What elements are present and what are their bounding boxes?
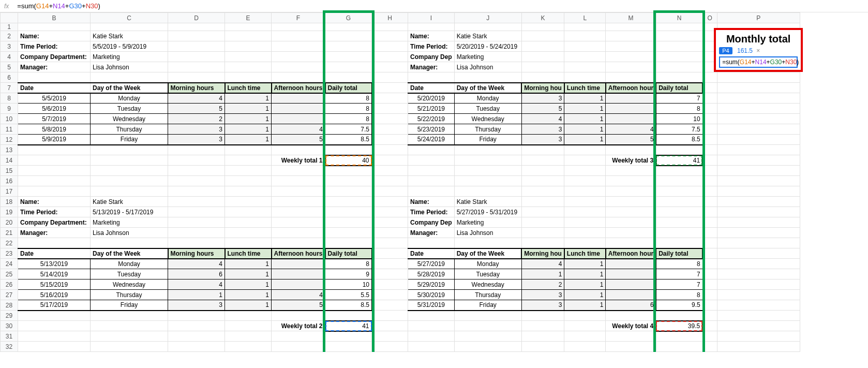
cell-B8[interactable]: 5/5/2019 <box>18 93 91 104</box>
cell-L5[interactable] <box>564 62 606 72</box>
cell-H17[interactable] <box>372 186 408 197</box>
cell-N29[interactable] <box>656 311 702 321</box>
cell-L16[interactable] <box>564 176 606 186</box>
cell-N1[interactable] <box>656 23 702 31</box>
row-header-15[interactable]: 15 <box>1 166 18 176</box>
cell-C1[interactable] <box>91 23 168 31</box>
cell-L9[interactable]: 1 <box>564 104 606 114</box>
cell-D16[interactable] <box>168 176 225 186</box>
cell-F31[interactable] <box>272 331 325 342</box>
cell-B11[interactable]: 5/8/2019 <box>18 124 91 135</box>
cell-C20[interactable]: Marketing <box>91 217 168 228</box>
cell-C5[interactable]: Lisa Johnson <box>91 62 168 72</box>
cell-L12[interactable]: 1 <box>564 135 606 145</box>
cell-O4[interactable] <box>702 52 717 62</box>
cell-B24[interactable]: 5/13/2019 <box>18 259 91 269</box>
col-header-C[interactable]: C <box>91 13 168 23</box>
row-header-32[interactable]: 32 <box>1 342 18 352</box>
select-all-corner[interactable] <box>1 13 18 23</box>
cell-D9[interactable]: 5 <box>168 104 225 114</box>
cell-D10[interactable]: 2 <box>168 114 225 124</box>
cell-O32[interactable] <box>702 342 717 352</box>
cell-M32[interactable] <box>606 342 656 352</box>
cell-H27[interactable] <box>372 290 408 300</box>
cell-M14[interactable]: Weekly total 3 <box>606 155 656 166</box>
cell-H1[interactable] <box>372 23 408 31</box>
cell-G20[interactable] <box>325 217 372 228</box>
cell-J11[interactable]: Thursday <box>454 124 521 135</box>
cell-I14[interactable] <box>408 155 455 166</box>
cell-G11[interactable]: 7.5 <box>325 124 372 135</box>
cell-C11[interactable]: Thursday <box>91 124 168 135</box>
cell-C23[interactable]: Day of the Week <box>91 248 168 259</box>
cell-H7[interactable] <box>372 83 408 93</box>
cell-L3[interactable] <box>564 41 606 52</box>
cell-M17[interactable] <box>606 186 656 197</box>
cell-I27[interactable]: 5/30/2019 <box>408 290 455 300</box>
cell-J16[interactable] <box>454 176 521 186</box>
cell-N5[interactable] <box>656 62 702 72</box>
cell-L8[interactable]: 1 <box>564 93 606 104</box>
cell-I1[interactable] <box>408 23 455 31</box>
cell-I31[interactable] <box>408 331 455 342</box>
cell-B23[interactable]: Date <box>18 248 91 259</box>
cell-C16[interactable] <box>91 176 168 186</box>
cell-E26[interactable]: 1 <box>225 279 272 290</box>
cell-E7[interactable]: Lunch time <box>225 83 272 93</box>
cell-F17[interactable] <box>272 186 325 197</box>
cell-J30[interactable] <box>454 321 521 331</box>
cell-C25[interactable]: Tuesday <box>91 269 168 279</box>
cell-H22[interactable] <box>372 238 408 248</box>
cell-N9[interactable]: 8 <box>656 104 702 114</box>
cell-O22[interactable] <box>702 238 717 248</box>
cell-D2[interactable] <box>168 31 225 41</box>
cell-D11[interactable]: 3 <box>168 124 225 135</box>
cell-J12[interactable]: Friday <box>454 135 521 145</box>
cell-I20[interactable]: Company Dep <box>408 217 455 228</box>
cell-P27[interactable] <box>717 290 800 300</box>
cell-O5[interactable] <box>702 62 717 72</box>
cell-K3[interactable] <box>521 41 564 52</box>
cell-P5[interactable] <box>717 62 800 72</box>
cell-G29[interactable] <box>325 311 372 321</box>
cell-F6[interactable] <box>272 72 325 83</box>
cell-N16[interactable] <box>656 176 702 186</box>
cell-L15[interactable] <box>564 166 606 176</box>
cell-I2[interactable]: Name: <box>408 31 455 41</box>
row-header-14[interactable]: 14 <box>1 155 18 166</box>
row-header-9[interactable]: 9 <box>1 104 18 114</box>
cell-I18[interactable]: Name: <box>408 197 455 207</box>
cell-F20[interactable] <box>272 217 325 228</box>
cell-O25[interactable] <box>702 269 717 279</box>
cell-N32[interactable] <box>656 342 702 352</box>
cell-P3[interactable] <box>717 41 800 52</box>
cell-B1[interactable] <box>18 23 91 31</box>
cell-N24[interactable]: 8 <box>656 259 702 269</box>
cell-E27[interactable]: 1 <box>225 290 272 300</box>
cell-O12[interactable] <box>702 135 717 145</box>
cell-J29[interactable] <box>454 311 521 321</box>
cell-L13[interactable] <box>564 145 606 155</box>
cell-K20[interactable] <box>521 217 564 228</box>
cell-E6[interactable] <box>225 72 272 83</box>
cell-J31[interactable] <box>454 331 521 342</box>
cell-B25[interactable]: 5/14/2019 <box>18 269 91 279</box>
cell-M11[interactable]: 4 <box>606 124 656 135</box>
cell-G1[interactable] <box>325 23 372 31</box>
cell-J28[interactable]: Friday <box>454 300 521 311</box>
cell-N4[interactable] <box>656 52 702 62</box>
cell-D18[interactable] <box>168 197 225 207</box>
cell-D21[interactable] <box>168 228 225 238</box>
cell-H15[interactable] <box>372 166 408 176</box>
row-header-26[interactable]: 26 <box>1 279 18 290</box>
cell-B9[interactable]: 5/6/2019 <box>18 104 91 114</box>
cell-P13[interactable] <box>717 145 800 155</box>
cell-J21[interactable]: Lisa Johnson <box>454 228 521 238</box>
col-header-H[interactable]: H <box>372 13 408 23</box>
cell-P11[interactable] <box>717 124 800 135</box>
cell-F25[interactable] <box>272 269 325 279</box>
cell-H6[interactable] <box>372 72 408 83</box>
col-header-N[interactable]: N <box>656 13 702 23</box>
cell-L6[interactable] <box>564 72 606 83</box>
col-header-D[interactable]: D <box>168 13 225 23</box>
